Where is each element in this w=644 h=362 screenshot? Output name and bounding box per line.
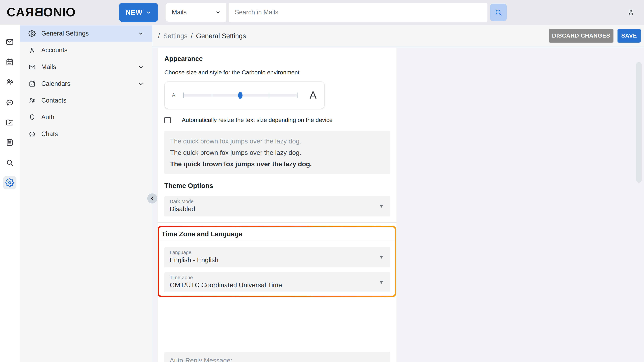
mail-icon: [28, 63, 36, 71]
slider-tick: [212, 92, 212, 98]
auto-resize-checkbox[interactable]: [164, 117, 171, 123]
auto-resize-label: Automatically resize the text size depen…: [182, 116, 332, 123]
sidebar-item-label: Auth: [41, 114, 152, 121]
auto-resize-row: Automatically resize the text size depen…: [164, 116, 384, 124]
language-value: English - English: [170, 255, 390, 265]
font-preview-bold: The quick brown fox jumps over the lazy …: [170, 158, 390, 170]
sidebar-item-label: Mails: [41, 63, 138, 71]
sidebar-item-auth[interactable]: Auth: [20, 109, 152, 125]
app-rail: [0, 25, 20, 362]
appearance-section-title: Appearance: [164, 55, 203, 63]
breadcrumb-separator: /: [158, 32, 160, 40]
sidebar-item-label: Chats: [41, 130, 152, 138]
logo-text: R: [25, 5, 34, 19]
save-button[interactable]: SAVE: [618, 29, 641, 42]
auto-reply-message-label: Auto-Reply Message:: [170, 357, 390, 362]
chat-icon: [28, 130, 36, 138]
chevron-down-icon: [146, 9, 152, 15]
time-zone-select[interactable]: Time Zone GMT/UTC Coordinated Universal …: [164, 272, 390, 292]
sidebar-item-contacts[interactable]: Contacts: [20, 92, 152, 109]
slider-tick: [297, 92, 298, 98]
dropdown-caret-icon: [380, 281, 383, 284]
mail-icon[interactable]: [3, 35, 16, 49]
sidebar-item-accounts[interactable]: Accounts: [20, 42, 152, 58]
breadcrumb-separator: /: [191, 32, 193, 40]
sidebar-item-mails[interactable]: Mails: [20, 59, 152, 75]
breadcrumb: / Settings / General Settings: [158, 25, 246, 47]
people-icon: [28, 97, 36, 104]
sidebar-item-label: Calendars: [41, 80, 138, 87]
discard-changes-button[interactable]: DISCARD CHANGES: [549, 29, 614, 42]
account-menu-button[interactable]: [627, 8, 635, 16]
chevron-down-icon[interactable]: [138, 80, 144, 87]
language-select[interactable]: Language English - English: [164, 247, 390, 267]
sidebar-item-label: Accounts: [41, 46, 152, 54]
tasks-icon[interactable]: [3, 136, 16, 149]
text-size-slider-card: A A: [164, 81, 325, 109]
slider-tick: [269, 92, 269, 98]
appearance-description: Choose size and style for the Carbonio e…: [164, 69, 299, 76]
gear-icon: [28, 30, 36, 37]
large-text-icon: A: [310, 89, 316, 101]
carbonio-logo: CARBONIO: [7, 0, 76, 25]
dark-mode-select[interactable]: Dark Mode Disabled: [164, 196, 390, 216]
top-bar: CARBONIO NEW Mails: [0, 0, 644, 25]
chevron-left-icon: [150, 196, 155, 201]
timezone-language-highlight-box: Time Zone and Language Language English …: [158, 226, 396, 297]
calendar-icon[interactable]: [3, 55, 16, 69]
time-zone-value: GMT/UTC Coordinated Universal Time: [170, 281, 390, 290]
chevron-down-icon[interactable]: [138, 30, 144, 37]
settings-content: / Settings / General Settings DISCARD CH…: [152, 25, 644, 362]
search-input[interactable]: [229, 3, 487, 22]
search-button[interactable]: [490, 4, 507, 21]
theme-section-title: Theme Options: [164, 182, 213, 190]
page-scrollbar[interactable]: [636, 62, 642, 183]
timezone-language-title: Time Zone and Language: [162, 230, 242, 238]
sidebar-item-label: Contacts: [41, 97, 152, 104]
chevron-down-icon[interactable]: [138, 64, 144, 70]
shield-icon: [28, 114, 36, 121]
small-text-icon: A: [172, 92, 175, 97]
logo-text: ONIO: [43, 5, 76, 19]
text-size-slider-thumb[interactable]: [238, 92, 242, 99]
sidebar-item-label: General Settings: [41, 30, 138, 37]
calendar-icon: [28, 80, 36, 87]
sidebar-item-general-settings[interactable]: General Settings: [20, 25, 152, 41]
timezone-language-section: Time Zone and Language Language English …: [159, 227, 395, 296]
auto-reply-message-field[interactable]: Auto-Reply Message:: [164, 352, 390, 362]
contacts-icon[interactable]: [3, 75, 16, 89]
font-preview-regular: The quick brown fox jumps over the lazy …: [170, 135, 390, 147]
search-icon[interactable]: [3, 156, 16, 169]
slider-tick: [183, 92, 184, 98]
sidebar-item-chats[interactable]: Chats: [20, 126, 152, 142]
dark-mode-label: Dark Mode: [170, 199, 390, 204]
new-button[interactable]: NEW: [119, 3, 158, 22]
files-icon[interactable]: [3, 116, 16, 129]
search-module-select[interactable]: Mails: [166, 3, 226, 22]
new-button-label: NEW: [126, 8, 142, 16]
breadcrumb-current-page: General Settings: [196, 32, 246, 40]
chats-icon[interactable]: [3, 96, 16, 109]
dropdown-caret-icon: [380, 256, 383, 259]
sidebar-collapse-button[interactable]: [147, 193, 157, 203]
logo-text: CA: [7, 5, 25, 19]
font-preview-medium: The quick brown fox jumps over the lazy …: [170, 147, 390, 158]
section-divider: [158, 222, 396, 223]
general-settings-panel: Appearance Choose size and style for the…: [158, 48, 396, 362]
section-divider: [159, 241, 395, 241]
breadcrumb-bar: / Settings / General Settings DISCARD CH…: [152, 25, 644, 47]
search-module-value: Mails: [172, 9, 215, 16]
settings-icon[interactable]: [3, 176, 16, 189]
dark-mode-value: Disabled: [170, 204, 390, 214]
logo-text: B: [34, 5, 43, 19]
chevron-down-icon: [215, 9, 221, 16]
time-zone-label: Time Zone: [170, 275, 390, 281]
font-preview-box: The quick brown fox jumps over the lazy …: [164, 131, 390, 174]
sidebar-item-calendars[interactable]: Calendars: [20, 76, 152, 92]
settings-sidebar: General Settings Accounts Mails Ca: [20, 25, 152, 362]
app-root: CARBONIO NEW Mails: [0, 0, 644, 362]
dropdown-caret-icon: [380, 205, 383, 208]
language-label: Language: [170, 250, 390, 255]
breadcrumb-settings[interactable]: Settings: [163, 32, 188, 40]
search-icon: [494, 8, 503, 17]
